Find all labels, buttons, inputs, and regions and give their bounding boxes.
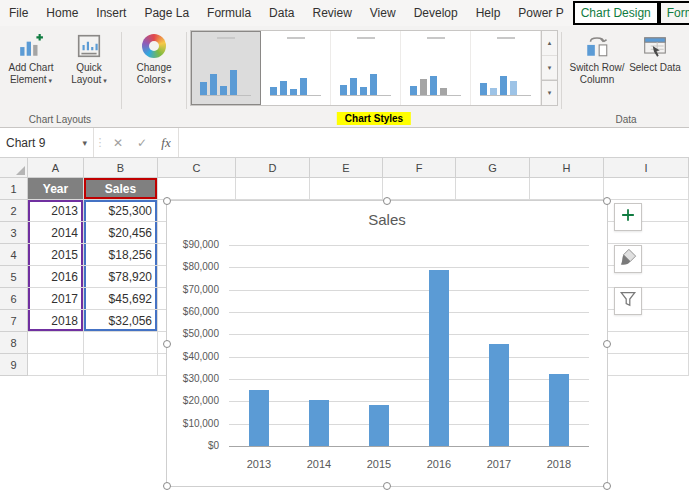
chart-bar-2018[interactable] — [549, 374, 569, 446]
ribbon-tab-formula[interactable]: Formula — [198, 0, 260, 26]
row-header-4[interactable]: 4 — [0, 244, 28, 266]
add-chart-element-button[interactable]: Add Chart Element▾ — [2, 29, 60, 86]
formula-bar-splitter[interactable]: ⋮ — [94, 128, 106, 157]
ribbon-tab-power-p[interactable]: Power P — [509, 0, 572, 26]
chart-style-option-5[interactable] — [471, 31, 541, 105]
cell-A2[interactable]: 2013 — [28, 200, 84, 222]
quick-layout-button[interactable]: Quick Layout▾ — [60, 29, 118, 86]
cell-A4[interactable]: 2015 — [28, 244, 84, 266]
row-header-8[interactable]: 8 — [0, 332, 28, 354]
gallery-more-button[interactable]: ▾ — [542, 80, 557, 105]
cell-A8[interactable] — [28, 332, 84, 354]
row-header-2[interactable]: 2 — [0, 200, 28, 222]
chart-bar-2013[interactable] — [249, 390, 269, 447]
row-header-9[interactable]: 9 — [0, 354, 28, 376]
chart-styles-button[interactable] — [614, 245, 642, 273]
cell-A5[interactable]: 2016 — [28, 266, 84, 288]
chart-plot-area[interactable] — [229, 245, 589, 446]
select-all-corner[interactable] — [0, 158, 28, 178]
chart-resize-handle[interactable] — [603, 197, 611, 205]
chart-style-option-3[interactable] — [331, 31, 401, 105]
ribbon-tab-view[interactable]: View — [361, 0, 405, 26]
chart-elements-button[interactable] — [614, 203, 642, 231]
cell-A1[interactable]: Year — [28, 178, 84, 200]
ribbon-tab-help[interactable]: Help — [467, 0, 510, 26]
column-header-E[interactable]: E — [310, 158, 383, 178]
column-header-B[interactable]: B — [84, 158, 158, 178]
chart-bar-2014[interactable] — [309, 400, 329, 446]
ribbon-tab-file[interactable]: File — [0, 0, 37, 26]
ribbon-tab-home[interactable]: Home — [37, 0, 87, 26]
chart-resize-handle[interactable] — [603, 340, 611, 348]
chart-resize-handle[interactable] — [163, 340, 171, 348]
cell-A7[interactable]: 2018 — [28, 310, 84, 332]
ribbon-tab-format[interactable]: Format — [659, 1, 689, 25]
ribbon-tab-insert[interactable]: Insert — [87, 0, 135, 26]
chart-title[interactable]: Sales — [167, 211, 607, 228]
cell-A3[interactable]: 2014 — [28, 222, 84, 244]
formula-input[interactable] — [178, 128, 689, 157]
column-header-D[interactable]: D — [236, 158, 310, 178]
cell-C1[interactable] — [158, 178, 236, 200]
cell-F1[interactable] — [383, 178, 456, 200]
chart-y-axis[interactable]: $90,000$80,000$70,000$60,000$50,000$40,0… — [167, 245, 223, 446]
cell-B4[interactable]: $18,256 — [84, 244, 158, 266]
chart-x-axis[interactable]: 201320142015201620172018 — [229, 458, 589, 474]
chart-resize-handle[interactable] — [383, 482, 391, 490]
name-box-dropdown-icon[interactable]: ▾ — [82, 138, 87, 148]
column-header-F[interactable]: F — [383, 158, 456, 178]
cancel-button[interactable]: ✕ — [106, 128, 130, 157]
row-header-5[interactable]: 5 — [0, 266, 28, 288]
ribbon-tab-page-la[interactable]: Page La — [135, 0, 198, 26]
row-header-6[interactable]: 6 — [0, 288, 28, 310]
cell-E1[interactable] — [310, 178, 383, 200]
column-header-I[interactable]: I — [604, 158, 689, 178]
chart-bar-2016[interactable] — [429, 270, 449, 446]
name-box[interactable]: Chart 9 ▾ — [0, 128, 94, 157]
cell-B2[interactable]: $25,300 — [84, 200, 158, 222]
cell-A9[interactable] — [28, 354, 84, 376]
cell-G1[interactable] — [456, 178, 530, 200]
column-header-H[interactable]: H — [530, 158, 604, 178]
cell-I1[interactable] — [604, 178, 689, 200]
cell-B1[interactable]: Sales — [84, 178, 158, 200]
gallery-scroll-up-button[interactable]: ▴ — [542, 31, 557, 56]
cell-I9[interactable] — [604, 354, 689, 376]
ribbon-tab-develop[interactable]: Develop — [405, 0, 467, 26]
cell-I8[interactable] — [604, 332, 689, 354]
chart-bar-2015[interactable] — [369, 405, 389, 446]
cell-A6[interactable]: 2017 — [28, 288, 84, 310]
cell-D1[interactable] — [236, 178, 310, 200]
chart-resize-handle[interactable] — [603, 482, 611, 490]
change-colors-button[interactable]: Change Colors▾ — [125, 29, 183, 86]
ribbon-tab-review[interactable]: Review — [303, 0, 360, 26]
cell-B9[interactable] — [84, 354, 158, 376]
column-header-A[interactable]: A — [28, 158, 84, 178]
enter-button[interactable]: ✓ — [130, 128, 154, 157]
chart-style-option-2[interactable] — [261, 31, 331, 105]
row-header-3[interactable]: 3 — [0, 222, 28, 244]
row-header-7[interactable]: 7 — [0, 310, 28, 332]
chart-style-option-4[interactable] — [401, 31, 471, 105]
switch-row-column-button[interactable]: Switch Row/ Column — [568, 29, 626, 86]
chart-resize-handle[interactable] — [163, 197, 171, 205]
cell-B3[interactable]: $20,456 — [84, 222, 158, 244]
chart-bar-2017[interactable] — [489, 344, 509, 446]
chart-style-option-1[interactable] — [191, 31, 261, 105]
ribbon-tab-data[interactable]: Data — [260, 0, 303, 26]
column-header-G[interactable]: G — [456, 158, 530, 178]
chart-resize-handle[interactable] — [383, 197, 391, 205]
row-header-1[interactable]: 1 — [0, 178, 28, 200]
cell-B7[interactable]: $32,056 — [84, 310, 158, 332]
cell-B5[interactable]: $78,920 — [84, 266, 158, 288]
chart-filters-button[interactable] — [614, 287, 642, 315]
gallery-scroll-down-button[interactable]: ▾ — [542, 56, 557, 81]
column-header-C[interactable]: C — [158, 158, 236, 178]
chart-resize-handle[interactable] — [163, 482, 171, 490]
cell-H1[interactable] — [530, 178, 604, 200]
chart-object[interactable]: Sales $90,000$80,000$70,000$60,000$50,00… — [166, 200, 608, 487]
cell-B8[interactable] — [84, 332, 158, 354]
cell-B6[interactable]: $45,692 — [84, 288, 158, 310]
insert-function-button[interactable]: fx — [154, 128, 178, 157]
ribbon-tab-chart-design[interactable]: Chart Design — [573, 1, 659, 25]
